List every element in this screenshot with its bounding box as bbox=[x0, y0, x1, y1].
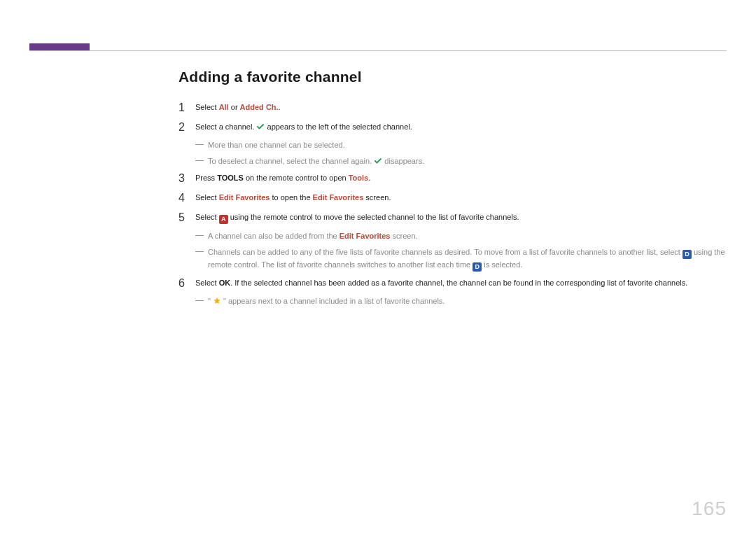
text: disappears. bbox=[382, 157, 424, 165]
hint-text: More than one channel can be selected. bbox=[208, 139, 727, 151]
emph-edit-favorites: Edit Favorites bbox=[313, 193, 364, 202]
text: Select bbox=[195, 103, 219, 111]
text: " appears next to a channel included in … bbox=[221, 297, 444, 305]
step-item: 5 Select A using the remote control to m… bbox=[178, 208, 727, 228]
page-number: 165 bbox=[692, 498, 727, 520]
dash-icon: ― bbox=[195, 246, 204, 256]
button-a-badge: A bbox=[219, 215, 228, 224]
step-item: 6 Select OK. If the selected channel has… bbox=[178, 274, 727, 293]
chapter-indicator bbox=[29, 43, 90, 50]
text: screen. bbox=[391, 232, 418, 240]
text: A channel can also be added from the bbox=[208, 232, 340, 240]
bold-tools: TOOLS bbox=[217, 174, 244, 182]
text: Select bbox=[195, 213, 219, 221]
hint-text: " " appears next to a channel included i… bbox=[208, 295, 727, 307]
text: Select a channel. bbox=[195, 122, 256, 131]
text: To deselect a channel, select the channe… bbox=[208, 157, 374, 165]
hint-text: A channel can also be added from the Edi… bbox=[208, 230, 727, 242]
emph-all: All bbox=[219, 103, 229, 111]
hint-text: Channels can be added to any of the five… bbox=[208, 246, 727, 272]
text: or bbox=[229, 103, 240, 111]
step-item: 3 Press TOOLS on the remote control to o… bbox=[178, 169, 727, 188]
emph-edit-favorites: Edit Favorites bbox=[219, 193, 270, 202]
content-column: Adding a favorite channel 1 Select All o… bbox=[178, 69, 727, 309]
button-d-badge: D bbox=[472, 262, 482, 272]
dash-icon: ― bbox=[195, 139, 204, 149]
hint: ― More than one channel can be selected. bbox=[178, 137, 727, 153]
text: on the remote control to open bbox=[244, 174, 349, 182]
text: Press bbox=[195, 174, 217, 182]
text: . If the selected channel has been added… bbox=[230, 279, 687, 287]
horizontal-rule bbox=[29, 50, 727, 51]
check-icon bbox=[256, 122, 265, 131]
star-icon bbox=[213, 297, 221, 305]
dash-icon: ― bbox=[195, 155, 204, 165]
text: Channels can be added to any of the five… bbox=[208, 248, 682, 256]
text: " bbox=[208, 297, 213, 305]
step-text: Select A using the remote control to mov… bbox=[195, 212, 727, 224]
text: Select bbox=[195, 279, 219, 287]
text: screen. bbox=[363, 193, 391, 202]
hint: ― Channels can be added to any of the fi… bbox=[178, 244, 727, 274]
manual-page: Adding a favorite channel 1 Select All o… bbox=[0, 0, 756, 534]
dash-icon: ― bbox=[195, 295, 204, 305]
step-text: Select OK. If the selected channel has b… bbox=[195, 278, 727, 289]
text: using the remote control to move the sel… bbox=[228, 213, 519, 221]
emph-added-ch: Added Ch. bbox=[240, 103, 279, 111]
step-item: 1 Select All or Added Ch.. bbox=[178, 98, 727, 118]
text: Select bbox=[195, 193, 219, 202]
step-number: 4 bbox=[178, 192, 195, 204]
hint: ― A channel can also be added from the E… bbox=[178, 228, 727, 244]
emph-edit-favorites: Edit Favorites bbox=[340, 232, 391, 240]
text: appears to the left of the selected chan… bbox=[265, 122, 412, 131]
text: is selected. bbox=[482, 260, 522, 269]
check-icon bbox=[374, 157, 382, 165]
step-number: 1 bbox=[178, 102, 195, 113]
step-item: 2 Select a channel. appears to the left … bbox=[178, 118, 727, 137]
dash-icon: ― bbox=[195, 230, 204, 240]
hint: ― " " appears next to a channel included… bbox=[178, 293, 727, 309]
hint: ― To deselect a channel, select the chan… bbox=[178, 153, 727, 169]
step-text: Select Edit Favorites to open the Edit F… bbox=[195, 192, 727, 204]
step-number: 2 bbox=[178, 122, 195, 133]
emph-tools: Tools bbox=[349, 174, 369, 182]
section-heading: Adding a favorite channel bbox=[178, 69, 727, 85]
step-text: Press TOOLS on the remote control to ope… bbox=[195, 173, 727, 184]
step-item: 4 Select Edit Favorites to open the Edit… bbox=[178, 188, 727, 208]
text: to open the bbox=[270, 193, 312, 202]
hint-text: To deselect a channel, select the channe… bbox=[208, 155, 727, 167]
step-number: 3 bbox=[178, 173, 195, 184]
text: . bbox=[368, 174, 370, 182]
step-number: 5 bbox=[178, 212, 195, 223]
button-d-badge: D bbox=[682, 250, 692, 259]
step-number: 6 bbox=[178, 278, 195, 289]
step-text: Select a channel. appears to the left of… bbox=[195, 122, 727, 133]
step-text: Select All or Added Ch.. bbox=[195, 102, 727, 113]
text: . bbox=[279, 103, 281, 111]
step-list: 1 Select All or Added Ch.. 2 Select a ch… bbox=[178, 98, 727, 309]
bold-ok: OK bbox=[219, 279, 231, 287]
